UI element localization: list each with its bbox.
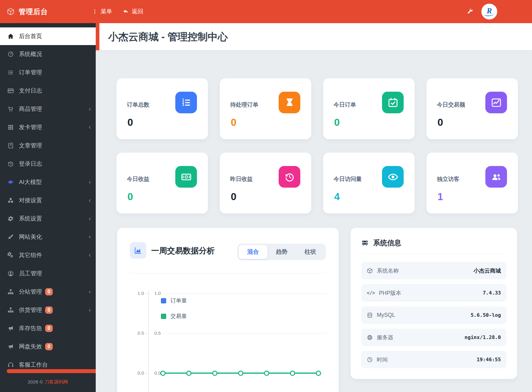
- sidebar-item-1[interactable]: 系统概况: [0, 45, 96, 63]
- svg-text:3: 3: [182, 103, 184, 106]
- sidebar-item-14[interactable]: 分站管理0: [0, 283, 96, 301]
- sidebar-scrollbar[interactable]: [7, 369, 96, 373]
- info-row-label: PHP版本: [379, 289, 401, 297]
- globe-icon: [367, 334, 373, 341]
- sidebar-item-5[interactable]: 发卡管理: [0, 118, 96, 136]
- sidebar-item-2[interactable]: 订单管理: [0, 63, 96, 82]
- sidebar-item-10[interactable]: 系统设置: [0, 210, 96, 228]
- info-row-3: 服务器nginx/1.28.0: [361, 329, 506, 346]
- legend-label: 订单量: [170, 297, 187, 304]
- sidebar-item-9[interactable]: 对接设置: [0, 191, 96, 210]
- sidebar-item-11[interactable]: 网站美化: [0, 228, 96, 246]
- legend-label: 交易量: [170, 313, 187, 320]
- footer-copyright: 2026 ©: [28, 379, 43, 384]
- menu-button[interactable]: 菜单: [92, 8, 112, 16]
- data-point-marker[interactable]: [212, 371, 217, 376]
- sidebar-item-label: 系统设置: [19, 215, 42, 223]
- whale-icon: [7, 179, 14, 185]
- bullhorn-icon: [7, 343, 14, 350]
- sidebar-item-12[interactable]: 其它组件: [0, 246, 96, 264]
- sidebar-item-label: 登录日志: [19, 160, 42, 168]
- legend-item-0[interactable]: 订单量: [161, 297, 187, 304]
- server-icon: [361, 239, 369, 247]
- list-ol-icon: 123: [181, 97, 192, 108]
- stat-card-label: 独立访客: [437, 175, 459, 183]
- stat-card-value: 4: [334, 191, 340, 203]
- sidebar-item-label: 网站美化: [19, 233, 42, 241]
- count-badge: 0: [45, 343, 53, 350]
- sidebar-item-0[interactable]: 后台首页: [0, 27, 96, 45]
- cube-logo-icon: [7, 8, 15, 16]
- chart-card: 一周交易数据分析 混合趋势柱状 1.01.00.50.50.00.0订单量交易量: [117, 228, 339, 392]
- footer-link[interactable]: 刀客源码网: [45, 379, 68, 384]
- data-point-marker[interactable]: [160, 371, 166, 376]
- sidebar-item-13[interactable]: 员工管理: [0, 264, 96, 283]
- sidebar-item-17[interactable]: 网盘失效0: [0, 337, 96, 356]
- stat-card-icon-box: [279, 92, 300, 113]
- hourglass-icon: [284, 97, 295, 108]
- sidebar-item-4[interactable]: 商品管理: [0, 100, 96, 118]
- sidebar-item-label: 系统概况: [19, 50, 42, 58]
- system-info-rows: 系统名称小杰云商城</>PHP版本7.4.33MySQL5.6.50-log服务…: [361, 262, 506, 373]
- top-navbar: 管理后台 菜单 返回 R: [0, 0, 532, 23]
- history-icon: [284, 171, 295, 182]
- page-title: 小杰云商城 - 管理控制中心: [108, 23, 228, 50]
- stat-card-label: 今日订单: [334, 101, 356, 108]
- wrench-icon[interactable]: [467, 8, 473, 15]
- cubes-icon: [7, 197, 14, 204]
- stat-card-7: 独立访客1: [427, 153, 518, 214]
- sidebar-item-7[interactable]: 登录日志: [0, 155, 96, 173]
- chart-header-divider: [130, 273, 326, 274]
- menu-button-label: 菜单: [101, 8, 112, 16]
- sidebar-item-label: 其它组件: [19, 251, 42, 259]
- system-info-card: 系统信息 系统名称小杰云商城</>PHP版本7.4.33MySQL5.6.50-…: [351, 228, 517, 379]
- system-info-divider: [361, 253, 506, 254]
- data-point-marker[interactable]: [186, 371, 191, 376]
- info-row-value: 7.4.33: [483, 290, 501, 296]
- sidebar-item-8[interactable]: AI大模型: [0, 173, 96, 191]
- brush-icon: [7, 234, 14, 240]
- sidebar-item-6[interactable]: 文章管理: [0, 136, 96, 155]
- stat-card-icon-box: 123: [175, 92, 197, 113]
- sidebar-item-16[interactable]: 库存告急0: [0, 319, 96, 337]
- chart-tab-2[interactable]: 柱状: [296, 245, 325, 259]
- sidebar-item-3[interactable]: 支付日志: [0, 82, 96, 100]
- headset-icon: [7, 362, 14, 368]
- data-point-marker[interactable]: [316, 371, 321, 376]
- cube-icon: [7, 8, 15, 16]
- sidebar-item-label: AI大模型: [19, 178, 42, 186]
- back-arrow-icon: [123, 9, 129, 15]
- avatar[interactable]: R: [481, 4, 497, 19]
- sidebar-item-15[interactable]: 供货管理0: [0, 301, 96, 319]
- cogs-icon: [7, 252, 14, 259]
- data-point-marker[interactable]: [264, 371, 269, 376]
- gauge-icon: [7, 51, 14, 58]
- sidebar-item-label: 供货管理: [19, 306, 42, 314]
- grid-icon: [7, 124, 14, 131]
- user-circle-icon: [7, 270, 14, 277]
- chevron-left-icon: [87, 290, 92, 294]
- stat-card-label: 昨日收益: [230, 175, 253, 183]
- info-row-4: 时间19:46:55: [361, 351, 506, 368]
- sidebar-item-label: 商品管理: [19, 105, 42, 113]
- sitemap-icon: [7, 288, 14, 295]
- sidebar: 后台首页系统概况订单管理支付日志商品管理发卡管理文章管理登录日志AI大模型对接设…: [0, 23, 96, 392]
- info-row-2: MySQL5.6.50-log: [361, 306, 506, 324]
- stat-card-icon-box: [382, 166, 404, 188]
- y-axis-label: 0.0: [129, 370, 144, 376]
- page-header: 小杰云商城 - 管理控制中心: [96, 23, 532, 50]
- system-info-header: 系统信息: [361, 238, 401, 248]
- data-point-marker[interactable]: [290, 371, 295, 376]
- data-point-marker[interactable]: [238, 371, 243, 376]
- info-row-0: 系统名称小杰云商城: [361, 262, 506, 279]
- chart-tab-1[interactable]: 趋势: [267, 245, 296, 259]
- wrench-icon[interactable]: [467, 8, 473, 15]
- legend-item-1[interactable]: 交易量: [161, 313, 187, 320]
- back-button[interactable]: 返回: [123, 8, 143, 16]
- chart-line-icon: [491, 97, 502, 108]
- sidebar-footer: 2026 © 刀客源码网: [0, 379, 96, 385]
- chart-tab-0[interactable]: 混合: [239, 245, 267, 259]
- menu-dots-icon: [92, 9, 98, 15]
- stat-card-value: 0: [231, 117, 236, 128]
- gridline: [163, 293, 326, 294]
